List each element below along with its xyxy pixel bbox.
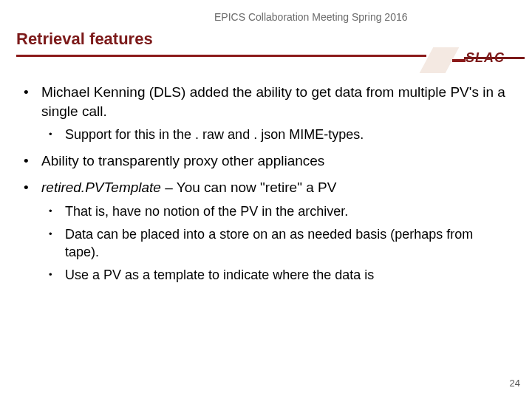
content-area: Michael Kenning (DLS) added the ability … bbox=[22, 83, 510, 292]
page-number: 24 bbox=[510, 378, 520, 389]
sub-bullet-item: Support for this in the . raw and . json… bbox=[41, 126, 510, 144]
accent-bar bbox=[452, 59, 466, 62]
slide-title: Retrieval features bbox=[16, 30, 153, 49]
bullet-item: Michael Kenning (DLS) added the ability … bbox=[22, 83, 510, 144]
bullet-text: Ability to transparently proxy other app… bbox=[41, 153, 324, 168]
bullet-text: Michael Kenning (DLS) added the ability … bbox=[41, 84, 505, 119]
sub-bullet-item: That is, have no notion of the PV in the… bbox=[41, 202, 510, 221]
bullet-text-rest: – You can now "retire" a PV bbox=[161, 180, 336, 195]
slide: EPICS Collaboration Meeting Spring 2016 … bbox=[0, 0, 532, 399]
logo-strike bbox=[464, 57, 525, 59]
bullet-item: Ability to transparently proxy other app… bbox=[22, 151, 510, 171]
sub-bullet-item: Use a PV as a template to indicate where… bbox=[41, 266, 510, 284]
sub-bullet-item: Data can be placed into a store on an as… bbox=[41, 225, 510, 262]
title-rule bbox=[16, 55, 426, 57]
sub-bullet-text: Use a PV as a template to indicate where… bbox=[65, 267, 374, 282]
slac-logo: SLAC bbox=[466, 50, 523, 66]
sub-bullet-text: That is, have no notion of the PV in the… bbox=[65, 204, 348, 219]
header-banner: EPICS Collaboration Meeting Spring 2016 bbox=[214, 11, 408, 23]
sub-bullet-text: Support for this in the . raw and . json… bbox=[65, 127, 364, 142]
bullet-item: retired.PVTemplate – You can now "retire… bbox=[22, 178, 510, 284]
sub-bullet-text: Data can be placed into a store on an as… bbox=[65, 227, 473, 260]
bullet-italic-prefix: retired.PVTemplate bbox=[41, 180, 161, 195]
